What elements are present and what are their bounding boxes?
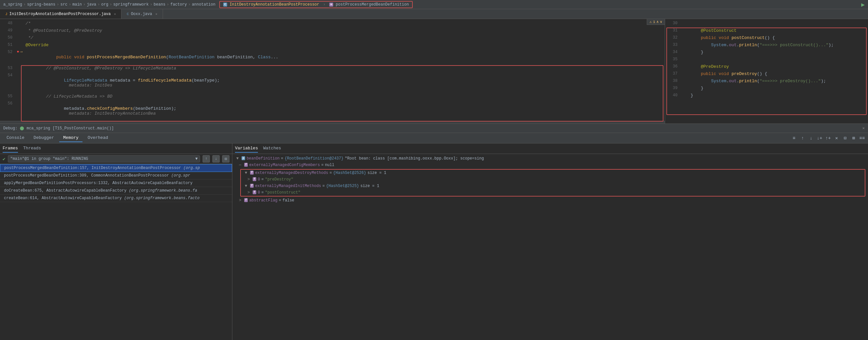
breadcrumb-part: src xyxy=(60,2,67,7)
icon-up-plus[interactable]: ↑+ xyxy=(825,135,831,142)
breadcrumb-part: a_spring xyxy=(3,2,22,7)
editor-tabs: J InitDestroyAnnotationBeanPostProcessor… xyxy=(0,9,868,19)
breadcrumb-bar: a_spring › spring-beans › src › main › j… xyxy=(0,0,868,9)
code-line: 54 LifecycleMetadata metadata = findLife… xyxy=(0,73,665,93)
frame-item[interactable]: createBean:614, AbstractAutowireCapableB… xyxy=(0,195,232,202)
code-line: 48 /* xyxy=(0,20,665,28)
code-line: 56 metadata.checkConfigMembers(beanDefin… xyxy=(0,101,665,121)
variables-panel: Variables Watches ▼ p beanDefinition = {… xyxy=(232,143,868,340)
tab-memory[interactable]: Memory xyxy=(59,134,83,142)
breadcrumb-part: annotation xyxy=(192,2,215,7)
right-editor-pane: 30 31 @PostConstruct 32 public void post… xyxy=(665,19,868,123)
icon-up[interactable]: ↑ xyxy=(799,135,806,142)
tab-watches[interactable]: Watches xyxy=(263,144,281,153)
thread-nav-down[interactable]: ↓ xyxy=(212,155,220,163)
highlighted-nav-path[interactable]: C InitDestroyAnnotationBeanPostProcessor… xyxy=(219,1,413,8)
tool-tabs: Console Debugger Memory Overhead ≡ ↑ ↓ ↓… xyxy=(0,133,868,143)
code-line: 38 System.out.println("===>>> preDestroy… xyxy=(665,78,868,85)
frame-item[interactable]: doCreateBean:675, AbstractAutowireCapabl… xyxy=(0,187,232,195)
code-line: 50 */ xyxy=(0,35,665,42)
variables-list: ▼ p beanDefinition = {RootBeanDefinition… xyxy=(232,154,868,340)
tab-debugger[interactable]: Debugger xyxy=(30,134,58,142)
code-line: 39 } xyxy=(665,85,868,92)
var-item: — f externallyManagedConfigMembers = nul… xyxy=(232,162,868,168)
thread-selector: ✔ "main"@1 in group "main": RUNNING ▼ ↑ … xyxy=(0,154,232,164)
icon-down[interactable]: ↓ xyxy=(808,135,814,142)
debug-bar: Debug: mca_spring [T15_PostConstruct.mai… xyxy=(0,124,868,133)
tab-ooxx[interactable]: C Ooxx.java ✕ xyxy=(121,9,163,19)
red-border-variables: ▼ f externallyManagedDestroyMethods = {H… xyxy=(240,169,865,197)
code-line: 30 xyxy=(665,20,868,28)
thread-nav-up[interactable]: ↑ xyxy=(203,155,210,163)
red-box-region: 53 // @PostConstruct, @PreDestroy => Lif… xyxy=(0,65,665,121)
code-lines-right: 30 31 @PostConstruct 32 public void post… xyxy=(665,19,868,101)
var-item: > f 0 = "postConstruct" xyxy=(241,189,865,196)
nav-class-name: InitDestroyAnnotationBeanPostProcessor xyxy=(230,2,319,7)
variables-header: Variables Watches xyxy=(232,143,868,154)
code-line: 52 ● → public void postProcessMergedBean… xyxy=(0,49,665,65)
code-line: 35 xyxy=(665,56,868,63)
code-line: 49 * @PostConstruct, @PreDestroy xyxy=(0,28,665,35)
code-line: 53 // @PostConstruct, @PreDestroy => Lif… xyxy=(0,65,665,73)
horizontal-scrollbar[interactable] xyxy=(0,121,665,123)
code-line: 40 } xyxy=(665,92,868,100)
editor-area: ⚠ 1 ∧ ∨ 48 /* 49 * @PostConstruct, @PreD… xyxy=(0,19,868,124)
frame-item[interactable]: postProcessMergedBeanDefinition:309, Com… xyxy=(0,172,232,179)
tab-threads[interactable]: Threads xyxy=(23,144,41,153)
icon-x[interactable]: ✕ xyxy=(833,135,840,142)
tool-icons: ≡ ↑ ↓ ↓+ ↑+ ✕ ⊡ ⊞ ≡≡ xyxy=(791,135,865,142)
thread-filter[interactable]: ⊡ xyxy=(222,155,229,163)
debug-thread: mca_spring [T15_PostConstruct.main()] xyxy=(27,126,114,131)
nav-forward-icon[interactable]: ▶ xyxy=(861,1,865,8)
tab-overhead[interactable]: Overhead xyxy=(84,134,112,142)
var-item: ▼ f externallyManagedInitMethods = {Hash… xyxy=(241,183,865,189)
breadcrumb-part: beans xyxy=(154,2,165,7)
breadcrumb-part: org xyxy=(101,2,108,7)
var-item: > f abstractFlag = false xyxy=(232,197,868,204)
var-item: > f 0 = "preDestroy" xyxy=(241,176,865,183)
left-editor-pane: ⚠ 1 ∧ ∨ 48 /* 49 * @PostConstruct, @PreD… xyxy=(0,19,665,123)
frames-header: Frames Threads xyxy=(0,143,232,154)
code-line: 51 @Override xyxy=(0,42,665,49)
icon-down-plus[interactable]: ↓+ xyxy=(816,135,823,142)
debugger-content: Frames Threads ✔ "main"@1 in group "main… xyxy=(0,143,868,340)
tab-variables[interactable]: Variables xyxy=(235,144,258,153)
app-container: a_spring › spring-beans › src › main › j… xyxy=(0,0,868,340)
frames-list: postProcessMergedBeanDefinition:157, Ini… xyxy=(0,164,232,340)
tab-console[interactable]: Console xyxy=(3,134,29,142)
code-line: 34 } xyxy=(665,49,868,56)
breadcrumb-part: factory xyxy=(170,2,187,7)
tab-initdestroy[interactable]: J InitDestroyAnnotationBeanPostProcessor… xyxy=(0,9,121,19)
code-line: 31 @PostConstruct xyxy=(665,28,868,35)
bottom-panel: Console Debugger Memory Overhead ≡ ↑ ↓ ↓… xyxy=(0,133,868,340)
frame-item[interactable]: applyMergedBeanDefinitionPostProcessors:… xyxy=(0,179,232,187)
var-item: ▼ f externallyManagedDestroyMethods = {H… xyxy=(241,170,865,176)
code-line: 33 System.out.println("===>>> postConstr… xyxy=(665,42,868,49)
var-item: ▼ p beanDefinition = {RootBeanDefinition… xyxy=(232,155,868,162)
debug-label: Debug: xyxy=(3,126,17,131)
frames-panel: Frames Threads ✔ "main"@1 in group "main… xyxy=(0,143,232,340)
tab-frames[interactable]: Frames xyxy=(3,144,18,153)
code-line: 36 @PreDestroy xyxy=(665,63,868,71)
breadcrumb-part: main xyxy=(72,2,82,7)
code-line: 37 public void preDestroy() { xyxy=(665,71,868,78)
check-icon: ✔ xyxy=(3,156,5,162)
icon-grid2[interactable]: ⊞ xyxy=(850,135,857,142)
warning-bar: ⚠ 1 ∧ ∨ xyxy=(647,19,665,25)
icon-list[interactable]: ≡ xyxy=(791,135,797,142)
thread-dropdown[interactable]: "main"@1 in group "main": RUNNING ▼ xyxy=(8,155,200,163)
icon-grid[interactable]: ⊡ xyxy=(842,135,848,142)
breadcrumb-part: springframework xyxy=(113,2,149,7)
code-lines-left: 48 /* 49 * @PostConstruct, @PreDestroy 5… xyxy=(0,19,665,123)
breadcrumb-part: spring-beans xyxy=(27,2,55,7)
debug-close-btn[interactable]: ✕ xyxy=(862,126,865,131)
frame-item[interactable]: postProcessMergedBeanDefinition:157, Ini… xyxy=(0,164,232,172)
breadcrumb-part: java xyxy=(87,2,96,7)
code-line: 32 public void postConstruct() { xyxy=(665,35,868,42)
icon-lines[interactable]: ≡≡ xyxy=(859,135,865,142)
nav-method-name: postProcessMergedBeanDefinition xyxy=(336,2,409,7)
code-line: 55 // LifecycleMetadata => BD xyxy=(0,93,665,101)
